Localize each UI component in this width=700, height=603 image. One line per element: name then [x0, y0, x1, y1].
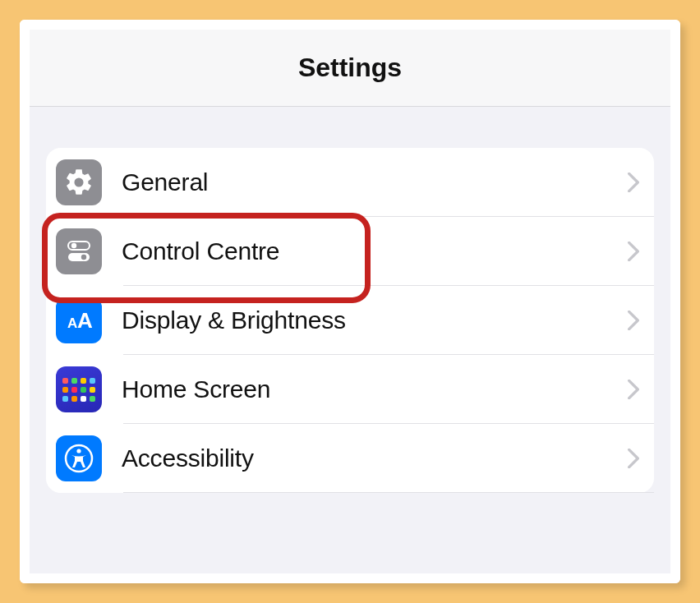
settings-list: General Control Centre: [46, 148, 654, 493]
home-grid-icon: [56, 366, 102, 412]
chevron-right-icon: [628, 311, 639, 330]
settings-item-label: General: [122, 168, 628, 196]
settings-item-label: Display & Brightness: [122, 306, 628, 334]
settings-item-general[interactable]: General: [46, 148, 654, 217]
settings-panel: Settings General: [20, 20, 680, 583]
settings-item-control-centre[interactable]: Control Centre: [46, 217, 654, 286]
gear-icon: [56, 159, 102, 205]
accessibility-icon: [56, 435, 102, 481]
chevron-right-icon: [628, 173, 639, 192]
divider: [123, 492, 654, 493]
text-size-icon: A A: [56, 297, 102, 343]
settings-item-label: Accessibility: [122, 444, 628, 472]
screenshot-frame: Settings General: [20, 20, 680, 583]
settings-item-label: Home Screen: [122, 375, 628, 403]
settings-header: Settings: [30, 30, 670, 107]
chevron-right-icon: [628, 242, 639, 261]
settings-item-accessibility[interactable]: Accessibility: [46, 424, 654, 493]
settings-item-display-brightness[interactable]: A A Display & Brightness: [46, 286, 654, 355]
svg-text:A: A: [67, 315, 77, 331]
chevron-right-icon: [628, 449, 639, 468]
svg-point-7: [76, 449, 81, 453]
settings-item-home-screen[interactable]: Home Screen: [46, 355, 654, 424]
svg-point-3: [81, 255, 86, 260]
page-title: Settings: [30, 53, 670, 83]
svg-point-1: [71, 243, 76, 248]
svg-text:A: A: [77, 308, 93, 333]
settings-item-label: Control Centre: [122, 237, 628, 265]
chevron-right-icon: [628, 380, 639, 399]
toggle-icon: [56, 228, 102, 274]
